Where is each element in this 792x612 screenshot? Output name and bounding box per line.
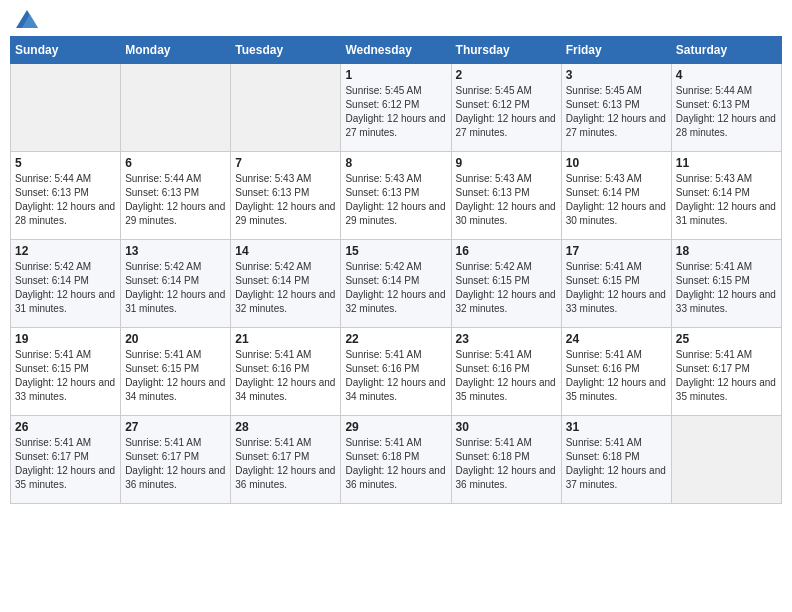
day-number: 1 — [345, 68, 446, 82]
day-info: Sunrise: 5:42 AMSunset: 6:14 PMDaylight:… — [125, 261, 225, 314]
calendar-cell: 15Sunrise: 5:42 AMSunset: 6:14 PMDayligh… — [341, 240, 451, 328]
logo-icon — [16, 10, 38, 28]
day-number: 21 — [235, 332, 336, 346]
calendar-cell: 28Sunrise: 5:41 AMSunset: 6:17 PMDayligh… — [231, 416, 341, 504]
calendar-cell: 5Sunrise: 5:44 AMSunset: 6:13 PMDaylight… — [11, 152, 121, 240]
calendar-cell: 17Sunrise: 5:41 AMSunset: 6:15 PMDayligh… — [561, 240, 671, 328]
day-number: 15 — [345, 244, 446, 258]
day-number: 2 — [456, 68, 557, 82]
calendar-cell: 23Sunrise: 5:41 AMSunset: 6:16 PMDayligh… — [451, 328, 561, 416]
day-info: Sunrise: 5:41 AMSunset: 6:15 PMDaylight:… — [125, 349, 225, 402]
day-number: 27 — [125, 420, 226, 434]
calendar-week-row: 12Sunrise: 5:42 AMSunset: 6:14 PMDayligh… — [11, 240, 782, 328]
calendar-cell — [11, 64, 121, 152]
day-info: Sunrise: 5:45 AMSunset: 6:13 PMDaylight:… — [566, 85, 666, 138]
column-header-friday: Friday — [561, 37, 671, 64]
day-info: Sunrise: 5:44 AMSunset: 6:13 PMDaylight:… — [676, 85, 776, 138]
day-info: Sunrise: 5:42 AMSunset: 6:14 PMDaylight:… — [235, 261, 335, 314]
calendar-week-row: 26Sunrise: 5:41 AMSunset: 6:17 PMDayligh… — [11, 416, 782, 504]
column-header-sunday: Sunday — [11, 37, 121, 64]
day-info: Sunrise: 5:41 AMSunset: 6:17 PMDaylight:… — [235, 437, 335, 490]
day-number: 30 — [456, 420, 557, 434]
day-number: 12 — [15, 244, 116, 258]
calendar-cell: 25Sunrise: 5:41 AMSunset: 6:17 PMDayligh… — [671, 328, 781, 416]
day-number: 10 — [566, 156, 667, 170]
day-info: Sunrise: 5:43 AMSunset: 6:13 PMDaylight:… — [345, 173, 445, 226]
day-info: Sunrise: 5:42 AMSunset: 6:15 PMDaylight:… — [456, 261, 556, 314]
day-info: Sunrise: 5:41 AMSunset: 6:18 PMDaylight:… — [566, 437, 666, 490]
calendar-cell: 2Sunrise: 5:45 AMSunset: 6:12 PMDaylight… — [451, 64, 561, 152]
calendar-cell: 18Sunrise: 5:41 AMSunset: 6:15 PMDayligh… — [671, 240, 781, 328]
page-header — [10, 10, 782, 28]
calendar-cell: 9Sunrise: 5:43 AMSunset: 6:13 PMDaylight… — [451, 152, 561, 240]
calendar-cell: 29Sunrise: 5:41 AMSunset: 6:18 PMDayligh… — [341, 416, 451, 504]
calendar-table: SundayMondayTuesdayWednesdayThursdayFrid… — [10, 36, 782, 504]
calendar-week-row: 19Sunrise: 5:41 AMSunset: 6:15 PMDayligh… — [11, 328, 782, 416]
day-info: Sunrise: 5:43 AMSunset: 6:13 PMDaylight:… — [456, 173, 556, 226]
day-number: 14 — [235, 244, 336, 258]
day-number: 3 — [566, 68, 667, 82]
calendar-header-row: SundayMondayTuesdayWednesdayThursdayFrid… — [11, 37, 782, 64]
day-number: 22 — [345, 332, 446, 346]
day-info: Sunrise: 5:44 AMSunset: 6:13 PMDaylight:… — [125, 173, 225, 226]
day-number: 7 — [235, 156, 336, 170]
calendar-cell: 31Sunrise: 5:41 AMSunset: 6:18 PMDayligh… — [561, 416, 671, 504]
day-number: 19 — [15, 332, 116, 346]
calendar-cell — [671, 416, 781, 504]
logo — [14, 10, 38, 28]
day-number: 25 — [676, 332, 777, 346]
column-header-monday: Monday — [121, 37, 231, 64]
day-info: Sunrise: 5:41 AMSunset: 6:15 PMDaylight:… — [15, 349, 115, 402]
day-info: Sunrise: 5:43 AMSunset: 6:14 PMDaylight:… — [676, 173, 776, 226]
day-info: Sunrise: 5:41 AMSunset: 6:18 PMDaylight:… — [345, 437, 445, 490]
calendar-week-row: 5Sunrise: 5:44 AMSunset: 6:13 PMDaylight… — [11, 152, 782, 240]
calendar-cell: 12Sunrise: 5:42 AMSunset: 6:14 PMDayligh… — [11, 240, 121, 328]
calendar-cell: 16Sunrise: 5:42 AMSunset: 6:15 PMDayligh… — [451, 240, 561, 328]
calendar-cell: 11Sunrise: 5:43 AMSunset: 6:14 PMDayligh… — [671, 152, 781, 240]
calendar-cell: 26Sunrise: 5:41 AMSunset: 6:17 PMDayligh… — [11, 416, 121, 504]
calendar-cell: 10Sunrise: 5:43 AMSunset: 6:14 PMDayligh… — [561, 152, 671, 240]
day-number: 20 — [125, 332, 226, 346]
calendar-cell: 27Sunrise: 5:41 AMSunset: 6:17 PMDayligh… — [121, 416, 231, 504]
day-info: Sunrise: 5:44 AMSunset: 6:13 PMDaylight:… — [15, 173, 115, 226]
calendar-cell: 8Sunrise: 5:43 AMSunset: 6:13 PMDaylight… — [341, 152, 451, 240]
day-info: Sunrise: 5:45 AMSunset: 6:12 PMDaylight:… — [456, 85, 556, 138]
day-number: 6 — [125, 156, 226, 170]
day-info: Sunrise: 5:41 AMSunset: 6:16 PMDaylight:… — [235, 349, 335, 402]
day-info: Sunrise: 5:41 AMSunset: 6:16 PMDaylight:… — [566, 349, 666, 402]
column-header-thursday: Thursday — [451, 37, 561, 64]
calendar-cell: 13Sunrise: 5:42 AMSunset: 6:14 PMDayligh… — [121, 240, 231, 328]
day-info: Sunrise: 5:43 AMSunset: 6:13 PMDaylight:… — [235, 173, 335, 226]
day-number: 4 — [676, 68, 777, 82]
day-number: 9 — [456, 156, 557, 170]
calendar-cell: 30Sunrise: 5:41 AMSunset: 6:18 PMDayligh… — [451, 416, 561, 504]
calendar-cell — [121, 64, 231, 152]
column-header-saturday: Saturday — [671, 37, 781, 64]
calendar-cell: 4Sunrise: 5:44 AMSunset: 6:13 PMDaylight… — [671, 64, 781, 152]
calendar-cell: 6Sunrise: 5:44 AMSunset: 6:13 PMDaylight… — [121, 152, 231, 240]
day-info: Sunrise: 5:41 AMSunset: 6:16 PMDaylight:… — [345, 349, 445, 402]
calendar-cell — [231, 64, 341, 152]
day-number: 5 — [15, 156, 116, 170]
day-number: 17 — [566, 244, 667, 258]
column-header-wednesday: Wednesday — [341, 37, 451, 64]
day-number: 8 — [345, 156, 446, 170]
day-info: Sunrise: 5:41 AMSunset: 6:17 PMDaylight:… — [676, 349, 776, 402]
day-number: 23 — [456, 332, 557, 346]
day-number: 31 — [566, 420, 667, 434]
day-info: Sunrise: 5:45 AMSunset: 6:12 PMDaylight:… — [345, 85, 445, 138]
day-info: Sunrise: 5:41 AMSunset: 6:15 PMDaylight:… — [566, 261, 666, 314]
calendar-cell: 21Sunrise: 5:41 AMSunset: 6:16 PMDayligh… — [231, 328, 341, 416]
calendar-cell: 20Sunrise: 5:41 AMSunset: 6:15 PMDayligh… — [121, 328, 231, 416]
day-info: Sunrise: 5:41 AMSunset: 6:15 PMDaylight:… — [676, 261, 776, 314]
day-info: Sunrise: 5:42 AMSunset: 6:14 PMDaylight:… — [15, 261, 115, 314]
calendar-cell: 24Sunrise: 5:41 AMSunset: 6:16 PMDayligh… — [561, 328, 671, 416]
day-number: 11 — [676, 156, 777, 170]
calendar-cell: 1Sunrise: 5:45 AMSunset: 6:12 PMDaylight… — [341, 64, 451, 152]
calendar-body: 1Sunrise: 5:45 AMSunset: 6:12 PMDaylight… — [11, 64, 782, 504]
day-info: Sunrise: 5:43 AMSunset: 6:14 PMDaylight:… — [566, 173, 666, 226]
day-number: 13 — [125, 244, 226, 258]
day-number: 28 — [235, 420, 336, 434]
day-number: 24 — [566, 332, 667, 346]
day-info: Sunrise: 5:41 AMSunset: 6:17 PMDaylight:… — [125, 437, 225, 490]
